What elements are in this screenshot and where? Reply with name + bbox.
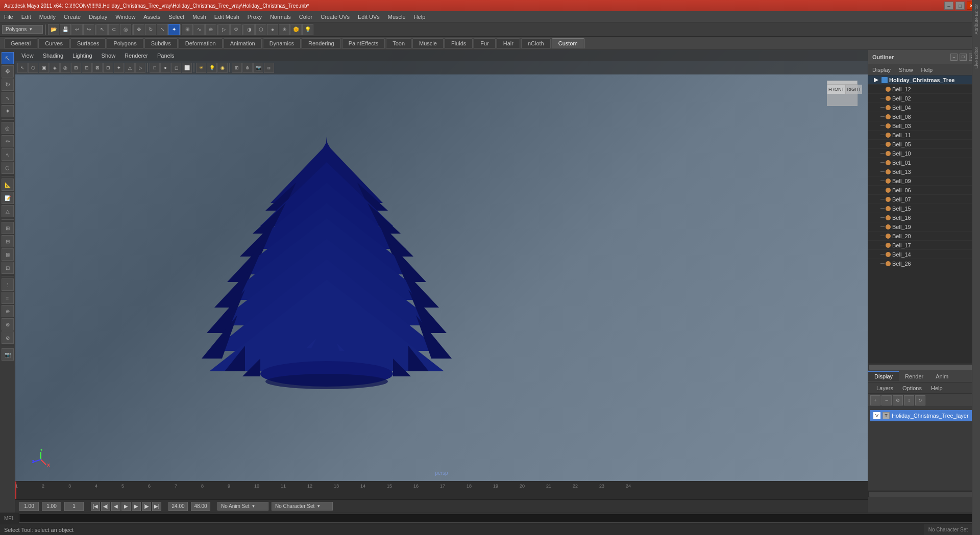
- outliner-menu-show[interactable]: Show: [895, 66, 917, 74]
- outliner-bell-07[interactable]: Bell_07: [868, 195, 980, 204]
- pb-next-key[interactable]: |▶: [142, 502, 151, 511]
- tab-rendering[interactable]: Rendering: [302, 38, 341, 48]
- outliner-bell-05[interactable]: Bell_05: [868, 140, 980, 149]
- start-frame-input[interactable]: [19, 502, 39, 511]
- menu-muscle[interactable]: Muscle: [384, 11, 410, 22]
- tool-open[interactable]: 📂: [48, 24, 59, 35]
- outliner-bell-19[interactable]: Bell_19: [868, 222, 980, 232]
- layer-scrollbar-thumb[interactable]: [869, 492, 979, 497]
- pb-play[interactable]: ▶: [121, 502, 131, 511]
- menu-window[interactable]: Window: [111, 11, 139, 22]
- lr-subtab-layers[interactable]: Layers: [872, 384, 897, 392]
- tab-animation[interactable]: Animation: [224, 38, 262, 48]
- view-cube[interactable]: FRONT RIGHT: [827, 81, 857, 106]
- menu-proxy[interactable]: Proxy: [243, 11, 266, 22]
- vp-tool-8[interactable]: ⊠: [92, 63, 103, 73]
- menu-mesh[interactable]: Mesh: [188, 11, 210, 22]
- vp-tool-smooth[interactable]: ●: [160, 63, 170, 73]
- vp-tool-bounding[interactable]: ⬜: [182, 63, 192, 73]
- polygon-mode-dropdown[interactable]: Polygons ▼: [2, 25, 43, 34]
- tool-snap-grid[interactable]: ⊞: [182, 24, 193, 35]
- tool-snap-point[interactable]: ⊕: [205, 24, 216, 35]
- vp-tool-wire[interactable]: □: [150, 63, 160, 73]
- tool-joint[interactable]: △: [2, 205, 14, 217]
- outliner-bell-11[interactable]: Bell_11: [868, 131, 980, 140]
- tool-extra-2[interactable]: ≡: [2, 292, 14, 304]
- outliner-bell-17[interactable]: Bell_17: [868, 241, 980, 250]
- tool-rotate[interactable]: ↻: [145, 24, 156, 35]
- outliner-bell-10[interactable]: Bell_10: [868, 149, 980, 158]
- pb-prev-key[interactable]: ◀|: [101, 502, 110, 511]
- outliner-bell-12[interactable]: Bell_12: [868, 85, 980, 94]
- tab-curves[interactable]: Curves: [38, 38, 69, 48]
- tab-ncloth[interactable]: nCloth: [521, 38, 551, 48]
- outliner-bell-06[interactable]: Bell_06: [868, 186, 980, 195]
- vp-tool-12[interactable]: ▷: [135, 63, 145, 73]
- mel-input[interactable]: [19, 514, 976, 523]
- anim-set-dropdown[interactable]: No Anim Set ▼: [217, 502, 268, 511]
- outliner-bell-15[interactable]: Bell_15: [868, 204, 980, 213]
- current-frame-input[interactable]: [64, 502, 84, 511]
- layer-refresh[interactable]: ↻: [915, 395, 925, 405]
- menu-file[interactable]: File: [0, 11, 17, 22]
- tool-grid-3[interactable]: ⊠: [2, 248, 14, 261]
- maximize-button[interactable]: □: [955, 2, 965, 10]
- lr-tab-display[interactable]: Display: [868, 371, 899, 381]
- attribute-editor-label[interactable]: Attribute Editor: [974, 4, 979, 35]
- pb-prev-frame[interactable]: ◀: [111, 502, 120, 511]
- tool-light-2[interactable]: 🌞: [290, 24, 302, 35]
- menu-help[interactable]: Help: [410, 11, 430, 22]
- timeline-playhead[interactable]: [15, 481, 16, 499]
- tool-paint-select[interactable]: ✏: [2, 135, 14, 147]
- tab-general[interactable]: General: [4, 38, 37, 48]
- minimize-button[interactable]: –: [944, 2, 953, 10]
- outliner-root-item[interactable]: ▶ Holiday_Christmas_Tree: [868, 75, 980, 85]
- outliner-bell-16[interactable]: Bell_16: [868, 213, 980, 222]
- tool-silhouette[interactable]: ◑: [243, 24, 255, 35]
- menu-normals[interactable]: Normals: [266, 11, 295, 22]
- tab-deformation[interactable]: Deformation: [179, 38, 223, 48]
- tool-soft-select[interactable]: ◎: [2, 122, 14, 134]
- outliner-bell-02[interactable]: Bell_02: [868, 94, 980, 103]
- outliner-menu-help[interactable]: Help: [917, 66, 937, 74]
- tab-subdivs[interactable]: Subdivs: [144, 38, 178, 48]
- tool-grid-2[interactable]: ⊟: [2, 235, 14, 247]
- layer-scroll[interactable]: [868, 491, 980, 497]
- tool-select-mode[interactable]: ↖: [2, 52, 14, 64]
- menu-assets[interactable]: Assets: [139, 11, 164, 22]
- layer-new[interactable]: +: [870, 395, 880, 405]
- tool-undo[interactable]: ↩: [71, 24, 83, 35]
- menu-create-uvs[interactable]: Create UVs: [316, 11, 354, 22]
- lr-subtab-help[interactable]: Help: [927, 384, 947, 392]
- tool-smooth[interactable]: ●: [267, 24, 278, 35]
- tool-redo[interactable]: ↪: [83, 24, 94, 35]
- vp-menu-renderer[interactable]: Renderer: [120, 52, 152, 60]
- vp-tool-1[interactable]: ↖: [17, 63, 28, 73]
- tab-toon[interactable]: Toon: [386, 38, 411, 48]
- outliner-scrollbar-thumb[interactable]: [869, 365, 979, 370]
- tab-custom[interactable]: Custom: [552, 38, 584, 48]
- tab-polygons[interactable]: Polygons: [107, 38, 143, 48]
- vp-tool-light-amb[interactable]: ◉: [217, 63, 228, 73]
- tool-camera[interactable]: 📷: [2, 348, 14, 361]
- pb-next-frame[interactable]: ▶: [132, 502, 141, 511]
- tool-wireframe[interactable]: ⬡: [255, 24, 266, 35]
- layer-sort[interactable]: ↕: [904, 395, 914, 405]
- vp-tool-grid[interactable]: ⊞: [232, 63, 242, 73]
- vp-tool-5[interactable]: ◎: [60, 63, 70, 73]
- vp-tool-hud[interactable]: ⊕: [242, 63, 253, 73]
- outliner-bell-26[interactable]: Bell_26: [868, 259, 980, 268]
- tool-scale[interactable]: ⤡: [157, 24, 168, 35]
- vp-tool-light-spot[interactable]: 💡: [207, 63, 217, 73]
- menu-edit-uvs[interactable]: Edit UVs: [354, 11, 384, 22]
- tool-render-settings[interactable]: ⚙: [230, 24, 241, 35]
- outliner-bell-14[interactable]: Bell_14: [868, 250, 980, 259]
- outliner-bell-09[interactable]: Bell_09: [868, 176, 980, 186]
- outliner-scrollbar[interactable]: [868, 364, 980, 370]
- tab-fluids[interactable]: Fluids: [445, 38, 473, 48]
- menu-create[interactable]: Create: [60, 11, 85, 22]
- menu-select[interactable]: Select: [164, 11, 188, 22]
- vp-tool-4[interactable]: ◈: [50, 63, 60, 73]
- layer-delete[interactable]: –: [881, 395, 892, 405]
- tool-universal-mode[interactable]: ✦: [2, 105, 14, 117]
